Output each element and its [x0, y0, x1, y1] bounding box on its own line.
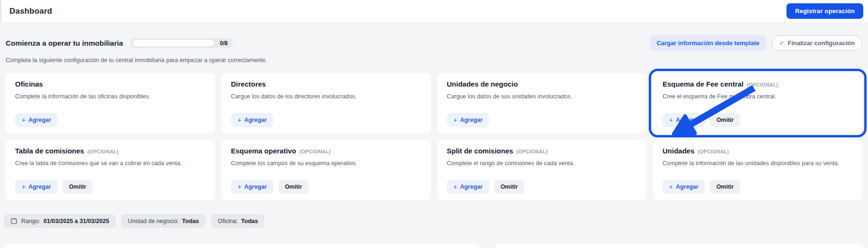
plus-icon: +: [454, 184, 457, 190]
business-unit-filter[interactable]: Unidad de negocio: Todas: [121, 214, 206, 228]
topbar: Dashboard Registrar operación: [0, 0, 868, 22]
office-value: Todas: [241, 218, 258, 224]
card-description: Complete el rango de comisiones de cada …: [447, 159, 626, 168]
plus-icon: +: [22, 184, 25, 190]
card-description: Cree la tabla de comisiones que se van a…: [15, 159, 194, 168]
plus-icon: +: [669, 184, 673, 190]
setup-cards-grid: Oficinas Complete la información de las …: [6, 73, 862, 200]
optional-badge: (OPCIONAL): [747, 82, 778, 88]
card-directores: Directores Cargue los datos de los direc…: [222, 73, 431, 133]
card-description: Cree el esquema de Fee que cobra central…: [662, 92, 842, 101]
card-title: Esquema de Fee central: [662, 80, 744, 88]
optional-badge: (OPCIONAL): [698, 149, 729, 154]
card-title: Unidades de negocio: [447, 80, 518, 88]
optional-badge: (OPCIONAL): [87, 149, 118, 154]
office-label: Oficina:: [218, 218, 238, 224]
add-button[interactable]: + Agregar: [15, 113, 58, 127]
card-description: Complete los campos de su esquema operat…: [231, 159, 410, 168]
setup-header: Comienza a operar tu inmobiliaria 0/8 Ca…: [6, 35, 862, 51]
office-filter[interactable]: Oficina: Todas: [211, 214, 265, 228]
skip-button[interactable]: Omitir: [710, 113, 740, 127]
card-unidades-de-negocio: Unidades de negocio Cargue los datos de …: [438, 73, 647, 133]
add-label: Agregar: [244, 184, 267, 190]
card-title: Directores: [231, 80, 266, 88]
add-label: Agregar: [676, 117, 698, 123]
add-label: Agregar: [676, 184, 698, 190]
filter-bar: Rango: 01/03/2025 a 31/03/2025 Unidad de…: [4, 214, 862, 228]
add-label: Agregar: [28, 184, 51, 190]
plus-icon: +: [238, 184, 241, 190]
bottom-panel-right: [494, 244, 864, 248]
card-title: Tabla de comisiones: [15, 147, 84, 155]
page-title: Dashboard: [9, 7, 52, 16]
load-template-button[interactable]: Cargar información desde template: [650, 35, 766, 51]
sidebar-edge: [0, 0, 1, 22]
card-esquema-fee-central: Esquema de Fee central (OPCIONAL) Cree e…: [653, 73, 862, 133]
range-label: Rango:: [21, 218, 40, 224]
skip-button[interactable]: Omitir: [278, 180, 309, 194]
card-title: Oficinas: [15, 80, 43, 88]
bottom-panel-left: [4, 244, 480, 248]
add-button[interactable]: + Agregar: [15, 180, 58, 194]
date-range-filter[interactable]: Rango: 01/03/2025 a 31/03/2025: [4, 214, 116, 228]
finish-setup-button[interactable]: ✓ Finalizar configuración: [772, 35, 862, 51]
card-split-comisiones: Split de comisiones (OPCIONAL) Complete …: [438, 140, 647, 200]
card-description: Cargue los datos de los directores invol…: [231, 92, 410, 101]
card-esquema-operativo: Esquema operativo (OPCIONAL) Complete lo…: [222, 140, 431, 200]
skip-button[interactable]: Omitir: [494, 180, 525, 194]
range-value: 01/03/2025 a 31/03/2025: [43, 218, 109, 224]
setup-progress-bar: 0/8: [131, 38, 232, 48]
skip-button[interactable]: Omitir: [710, 180, 740, 194]
add-label: Agregar: [244, 117, 267, 123]
register-operation-button[interactable]: Registrar operación: [786, 3, 863, 19]
plus-icon: +: [22, 117, 25, 123]
plus-icon: +: [669, 117, 673, 123]
skip-button[interactable]: Omitir: [62, 180, 93, 194]
card-title: Esquema operativo: [231, 147, 296, 155]
add-button[interactable]: + Agregar: [447, 180, 489, 194]
add-label: Agregar: [460, 184, 483, 190]
add-button[interactable]: + Agregar: [447, 113, 489, 127]
card-description: Cargue los datos de sus unidades involuc…: [447, 92, 626, 101]
optional-badge: (OPCIONAL): [516, 149, 547, 154]
calendar-icon: [10, 217, 17, 224]
business-unit-label: Unidad de negocio:: [128, 218, 179, 224]
add-label: Agregar: [28, 117, 51, 123]
add-button[interactable]: + Agregar: [662, 113, 705, 127]
setup-title: Comienza a operar tu inmobiliaria: [6, 39, 123, 48]
add-button[interactable]: + Agregar: [231, 180, 273, 194]
card-tabla-comisiones: Tabla de comisiones (OPCIONAL) Cree la t…: [6, 140, 215, 200]
card-title: Unidades: [662, 147, 694, 155]
optional-badge: (OPCIONAL): [299, 149, 331, 154]
card-description: Complete la información de las oficinas …: [15, 92, 194, 101]
card-description: Complete la información de las unidades …: [662, 159, 842, 168]
progress-label: 0/8: [220, 40, 228, 47]
add-button[interactable]: + Agregar: [231, 113, 273, 127]
business-unit-value: Todas: [182, 218, 199, 224]
add-label: Agregar: [460, 117, 483, 123]
check-icon: ✓: [779, 40, 785, 47]
card-unidades: Unidades (OPCIONAL) Complete la informac…: [653, 140, 862, 200]
plus-icon: +: [454, 117, 457, 123]
add-button[interactable]: + Agregar: [662, 180, 705, 194]
plus-icon: +: [238, 117, 241, 123]
setup-description: Completa la siguiente configuración de t…: [6, 57, 862, 64]
card-title: Split de comisiones: [447, 147, 513, 155]
finish-setup-label: Finalizar configuración: [788, 40, 855, 47]
card-oficinas: Oficinas Complete la información de las …: [6, 73, 215, 133]
main-content: Comienza a operar tu inmobiliaria 0/8 Ca…: [0, 22, 868, 228]
progress-track: [133, 40, 214, 46]
